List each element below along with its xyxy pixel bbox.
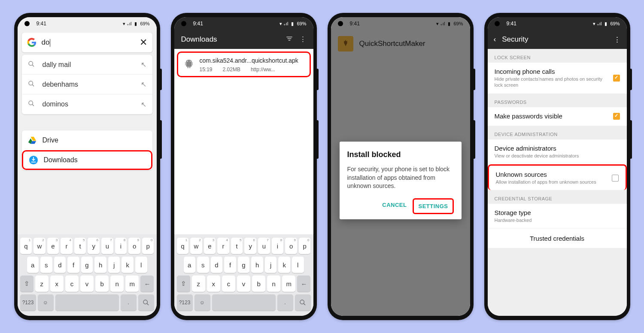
key-x[interactable]: x (207, 275, 220, 292)
key-shift[interactable]: ⇧ (177, 275, 190, 292)
key-v[interactable]: v (80, 275, 94, 292)
key-t[interactable]: t5 (74, 238, 86, 254)
key-w[interactable]: w2 (190, 238, 202, 254)
search-bar[interactable]: do ✕ (22, 33, 152, 52)
key-a[interactable]: a (27, 257, 39, 273)
key-r[interactable]: r4 (61, 238, 73, 254)
key-g[interactable]: g (81, 257, 93, 273)
key-k[interactable]: k (278, 257, 290, 273)
insert-arrow-icon[interactable]: ↖ (141, 80, 146, 88)
suggestion-item[interactable]: dominos ↖ (22, 94, 152, 114)
key-i[interactable]: i8 (272, 238, 284, 254)
settings-button[interactable]: SETTINGS (413, 198, 453, 214)
key-p[interactable]: p0 (299, 238, 311, 254)
key-period[interactable]: . (277, 294, 293, 311)
keyboard[interactable]: q1w2e3r4t5y6u7i8o9p0 asdfghjkl ⇧zxcvbnm←… (174, 234, 313, 316)
key-p[interactable]: p0 (142, 238, 154, 254)
setting-trusted-credentials[interactable]: Trusted credentials (488, 229, 627, 248)
key-m[interactable]: m (125, 275, 139, 292)
key-y[interactable]: y6 (88, 238, 100, 254)
key-e[interactable]: e3 (204, 238, 216, 254)
key-c[interactable]: c (65, 275, 79, 292)
key-l[interactable]: l (135, 257, 147, 273)
key-u[interactable]: u7 (258, 238, 270, 254)
key-enter[interactable] (138, 294, 154, 311)
key-f[interactable]: f (67, 257, 79, 273)
suggestion-item[interactable]: dally mail ↖ (22, 55, 152, 75)
key-shift[interactable]: ⇧ (20, 275, 33, 292)
clear-icon[interactable]: ✕ (140, 37, 147, 48)
key-backspace[interactable]: ← (140, 275, 154, 292)
android-icon (183, 58, 194, 69)
key-o[interactable]: o9 (128, 238, 140, 254)
key-d[interactable]: d (54, 257, 66, 273)
setting-storage-type[interactable]: Storage type Hardware-backed (488, 204, 627, 229)
key-h[interactable]: h (251, 257, 263, 273)
group-passwords: PASSWORDS (488, 94, 627, 107)
key-r[interactable]: r4 (217, 238, 229, 254)
key-q[interactable]: q1 (177, 238, 189, 254)
key-e[interactable]: e3 (47, 238, 59, 254)
key-u[interactable]: u7 (101, 238, 113, 254)
key-j[interactable]: j (265, 257, 277, 273)
key-emoji[interactable]: ☺ (194, 294, 210, 311)
key-m[interactable]: m (282, 275, 295, 292)
key-n[interactable]: n (267, 275, 280, 292)
cancel-button[interactable]: CANCEL (378, 198, 411, 214)
key-g[interactable]: g (238, 257, 250, 273)
svg-line-8 (147, 303, 149, 305)
insert-arrow-icon[interactable]: ↖ (141, 61, 146, 69)
menu-icon[interactable]: ⋮ (614, 35, 621, 44)
checkbox-icon[interactable] (613, 113, 620, 120)
key-enter[interactable] (295, 294, 311, 311)
suggestion-item[interactable]: debenhams ↖ (22, 75, 152, 94)
key-y[interactable]: y6 (244, 238, 256, 254)
key-f[interactable]: f (224, 257, 236, 273)
checkbox-icon[interactable] (612, 175, 619, 182)
keyboard[interactable]: q1w2e3r4t5y6u7i8o9p0 asdfghjkl ⇧zxcvbnm←… (18, 234, 157, 316)
back-icon[interactable]: ‹ (494, 35, 496, 44)
key-a[interactable]: a (184, 257, 196, 273)
suggestions-list: dally mail ↖ debenhams ↖ dominos ↖ (22, 55, 152, 114)
sort-icon[interactable] (286, 35, 293, 45)
key-h[interactable]: h (94, 257, 106, 273)
key-n[interactable]: n (110, 275, 124, 292)
setting-incoming-calls[interactable]: Incoming phone calls Hide private contac… (488, 63, 627, 94)
key-numbers[interactable]: ?123 (177, 294, 193, 311)
key-w[interactable]: w2 (33, 238, 46, 254)
key-l[interactable]: l (292, 257, 304, 273)
checkbox-icon[interactable] (613, 75, 620, 82)
key-period[interactable]: . (121, 294, 137, 311)
key-j[interactable]: j (108, 257, 120, 273)
key-space[interactable] (212, 294, 276, 311)
download-file-item[interactable]: com.sika524.andr...quickshortcut.apk 15:… (177, 51, 311, 77)
key-z[interactable]: z (35, 275, 49, 292)
key-c[interactable]: c (222, 275, 235, 292)
insert-arrow-icon[interactable]: ↖ (141, 100, 146, 109)
key-space[interactable] (55, 294, 119, 311)
menu-icon[interactable]: ⋮ (299, 35, 307, 45)
key-s[interactable]: s (40, 257, 52, 273)
key-x[interactable]: x (50, 275, 64, 292)
svg-point-0 (29, 61, 33, 65)
key-backspace[interactable]: ← (297, 275, 310, 292)
key-i[interactable]: i8 (115, 238, 127, 254)
key-k[interactable]: k (122, 257, 134, 273)
key-b[interactable]: b (252, 275, 265, 292)
app-downloads[interactable]: Downloads (22, 150, 152, 170)
search-input[interactable]: do (42, 38, 140, 47)
key-numbers[interactable]: ?123 (20, 294, 36, 311)
app-drive[interactable]: Drive (22, 130, 152, 150)
key-q[interactable]: q1 (20, 238, 32, 254)
key-s[interactable]: s (197, 257, 209, 273)
key-t[interactable]: t5 (231, 238, 243, 254)
setting-device-admins[interactable]: Device administrators View or deactivate… (488, 139, 627, 164)
key-v[interactable]: v (237, 275, 250, 292)
key-d[interactable]: d (211, 257, 223, 273)
key-o[interactable]: o9 (285, 238, 297, 254)
setting-unknown-sources[interactable]: Unknown sources Allow installation of ap… (488, 164, 627, 190)
key-z[interactable]: z (192, 275, 205, 292)
key-b[interactable]: b (95, 275, 109, 292)
setting-passwords-visible[interactable]: Make passwords visible (488, 107, 627, 126)
key-emoji[interactable]: ☺ (38, 294, 54, 311)
